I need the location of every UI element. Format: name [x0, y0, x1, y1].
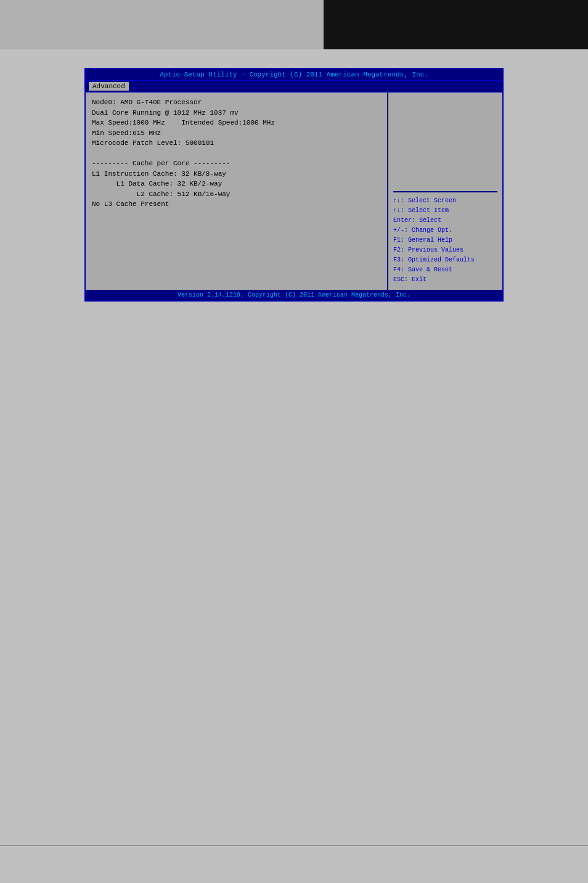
key-select-item: ↑↓: Select Item [393, 206, 497, 216]
key-f3: F3: Optimized Defaults [393, 255, 497, 265]
key-f1: F1: General Help [393, 236, 497, 245]
key-f4: F4: Save & Reset [393, 265, 497, 275]
cpu-info-line-5: Microcode Patch Level: 5000101 [92, 138, 381, 149]
main-area: Aptio Setup Utility – Copyright (C) 2011… [0, 49, 588, 320]
top-header [0, 0, 588, 49]
cache-l2: L2 Cache: 512 KB/16-way [92, 189, 381, 200]
bios-help-keys: ↑↓: Select Screen ↑↓: Select Item Enter:… [393, 192, 497, 285]
cpu-info-spacer [92, 149, 381, 159]
bios-right-top [393, 97, 497, 192]
cache-header: --------- Cache per Core --------- [92, 158, 381, 169]
key-esc: ESC: Exit [393, 275, 497, 285]
bios-body: Node0: AMD G-T40E Processor Dual Core Ru… [86, 92, 502, 290]
key-select-screen: ↑↓: Select Screen [393, 196, 497, 206]
header-left-panel [0, 0, 324, 49]
cpu-info-line-1: Node0: AMD G-T40E Processor [92, 97, 381, 108]
cache-l1-instruction: L1 Instruction Cache: 32 KB/8-way [92, 169, 381, 179]
cache-l1-data: L1 Data Cache: 32 KB/2-way [92, 179, 381, 189]
cache-l3: No L3 Cache Present [92, 199, 381, 210]
bios-footer: Version 2.14.1219. Copyright (C) 2011 Am… [86, 290, 502, 300]
bios-left-panel: Node0: AMD G-T40E Processor Dual Core Ru… [86, 92, 388, 290]
bios-footer-text: Version 2.14.1219. Copyright (C) 2011 Am… [178, 292, 410, 298]
key-enter: Enter: Select [393, 216, 497, 226]
bottom-divider [0, 845, 588, 846]
bios-title: Aptio Setup Utility – Copyright (C) 2011… [160, 71, 428, 78]
bios-right-panel: ↑↓: Select Screen ↑↓: Select Item Enter:… [388, 92, 502, 290]
cpu-info-line-4: Min Speed:615 MHz [92, 128, 381, 139]
key-f2: F2: Previous Values [393, 245, 497, 255]
bios-screen: Aptio Setup Utility – Copyright (C) 2011… [84, 68, 504, 302]
key-change-opt: +/-: Change Opt. [393, 226, 497, 236]
header-right-panel [324, 0, 588, 49]
cpu-info-line-2: Dual Core Running @ 1012 MHz 1037 mv [92, 108, 381, 118]
bios-title-bar: Aptio Setup Utility – Copyright (C) 2011… [86, 69, 502, 81]
cpu-info-line-3: Max Speed:1000 MHz Intended Speed:1000 M… [92, 118, 381, 128]
bios-tab-bar: Advanced [86, 81, 502, 92]
advanced-tab[interactable]: Advanced [89, 82, 129, 91]
